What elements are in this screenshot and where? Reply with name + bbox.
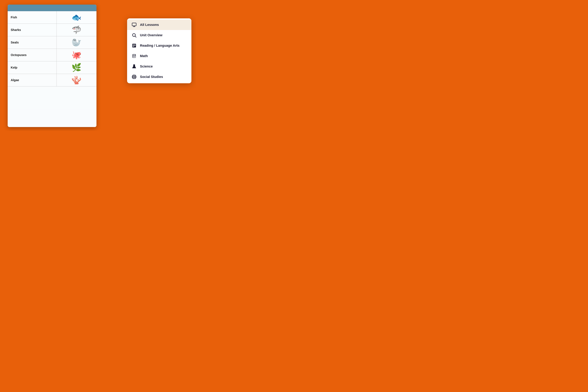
menu-item-label: Math <box>140 54 148 58</box>
menu-item-social-studies[interactable]: Social Studies <box>127 72 191 82</box>
svg-rect-16 <box>135 57 136 58</box>
svg-rect-8 <box>133 46 135 47</box>
animal-name: Algae <box>8 74 57 86</box>
svg-rect-12 <box>134 56 135 57</box>
svg-rect-0 <box>132 23 136 26</box>
poster-card: Fish 🐟 Sharks 🦈 Seals 🦭 Octopuses 🐙 Kelp… <box>8 4 97 127</box>
table-row: Kelp 🌿 <box>8 62 97 74</box>
svg-rect-14 <box>133 57 134 58</box>
menu-item-unit-overview[interactable]: Unit Overview <box>127 30 191 40</box>
animal-name: Fish <box>8 11 57 24</box>
svg-rect-11 <box>133 56 134 57</box>
table-row: Sharks 🦈 <box>8 24 97 36</box>
poster-inner: Fish 🐟 Sharks 🦈 Seals 🦭 Octopuses 🐙 Kelp… <box>8 4 97 127</box>
animal-image: 🦈 <box>57 24 97 36</box>
menu-item-label: Science <box>140 64 153 68</box>
table-row: Algae 🪸 <box>8 74 97 86</box>
menu-card: All Lessons Unit Overview Reading / Lang… <box>127 18 191 83</box>
menu-item-label: All Lessons <box>140 23 159 27</box>
table-row: Seals 🦭 <box>8 36 97 49</box>
book-icon <box>131 43 137 48</box>
svg-rect-13 <box>135 56 136 57</box>
menu-item-math[interactable]: Math <box>127 51 191 61</box>
poster-subtitle <box>11 8 93 9</box>
svg-rect-6 <box>133 44 136 45</box>
svg-rect-7 <box>133 46 136 46</box>
menu-item-label: Reading / Language Arts <box>140 44 180 48</box>
svg-rect-15 <box>134 57 135 58</box>
svg-rect-10 <box>133 55 135 56</box>
menu-item-science[interactable]: Science <box>127 61 191 72</box>
animal-name: Kelp <box>8 62 57 74</box>
flask-icon <box>131 64 137 69</box>
poster-header <box>8 4 97 11</box>
svg-line-4 <box>135 36 136 37</box>
menu-item-label: Social Studies <box>140 75 163 79</box>
menu-item-all-lessons[interactable]: All Lessons <box>127 20 191 30</box>
search-icon <box>131 32 137 38</box>
animal-image: 🐙 <box>57 49 97 62</box>
animal-image: 🐟 <box>57 11 97 24</box>
menu-item-reading-language-arts[interactable]: Reading / Language Arts <box>127 40 191 51</box>
monitor-icon <box>131 22 137 28</box>
animal-image: 🦭 <box>57 36 97 49</box>
animal-image: 🌿 <box>57 62 97 74</box>
calculator-icon <box>131 53 137 59</box>
animal-name: Sharks <box>8 24 57 36</box>
menu-item-label: Unit Overview <box>140 33 163 37</box>
poster-table: Fish 🐟 Sharks 🦈 Seals 🦭 Octopuses 🐙 Kelp… <box>8 11 97 86</box>
globe-icon <box>131 74 137 80</box>
animal-name: Seals <box>8 36 57 49</box>
table-row: Octopuses 🐙 <box>8 49 97 62</box>
animal-image: 🪸 <box>57 74 97 86</box>
animal-name: Octopuses <box>8 49 57 62</box>
table-row: Fish 🐟 <box>8 11 97 24</box>
